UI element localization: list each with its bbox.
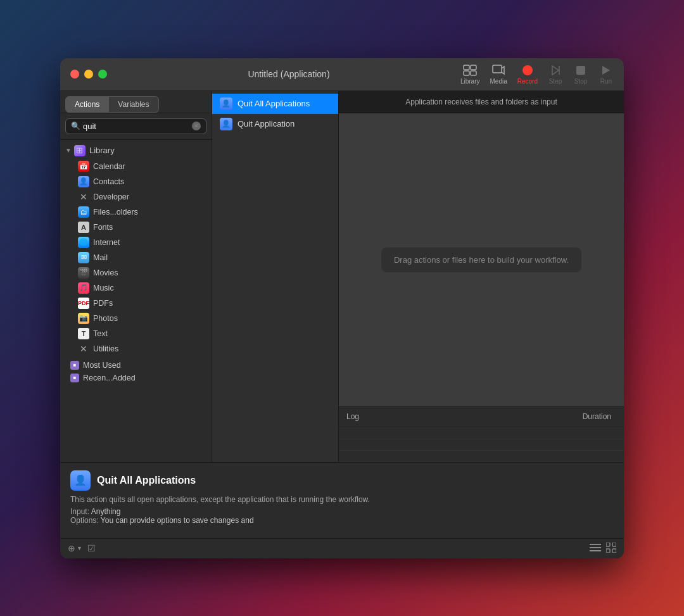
search-icon: 🔍 [71, 122, 80, 130]
search-input[interactable] [83, 122, 192, 131]
most-used-icon: ■ [70, 361, 79, 370]
photos-icon: 📷 [78, 313, 89, 324]
toolbar: Library Media Record [460, 64, 614, 85]
run-icon [598, 64, 614, 77]
step-label: Step [549, 78, 562, 85]
stop-button[interactable]: Stop [573, 64, 588, 85]
action-detail-panel: 👤 Quit All Applications This action quit… [60, 462, 624, 538]
action-detail-description: This action quits all open applications,… [70, 494, 614, 505]
svg-marker-6 [552, 66, 559, 75]
workflow-header: Application receives files and folders a… [339, 91, 624, 113]
record-label: Record [517, 78, 538, 85]
stop-label: Stop [574, 78, 588, 85]
movies-icon: 🎬 [78, 267, 89, 279]
chevron-down-icon: ▼ [65, 147, 72, 154]
result-quit-app-icon: 👤 [220, 118, 232, 130]
checkbox-icon[interactable]: ☑ [87, 543, 96, 553]
sidebar-item-photos[interactable]: 📷 Photos [60, 311, 212, 326]
sidebar-item-pdfs-label: PDFs [93, 299, 113, 308]
sidebar-item-contacts[interactable]: 👤 Contacts [60, 174, 212, 189]
svg-marker-9 [602, 66, 610, 75]
action-input-val: Anything [91, 507, 121, 516]
files-icon: 🗂 [78, 206, 89, 218]
sidebar-item-mail[interactable]: ✉ Mail [60, 250, 212, 265]
svg-rect-8 [576, 66, 585, 75]
library-button[interactable]: Library [460, 64, 480, 85]
sidebar-item-files[interactable]: 🗂 Files...olders [60, 204, 212, 220]
sidebar-item-fonts-label: Fonts [93, 223, 113, 232]
fonts-icon: A [78, 222, 89, 233]
plus-icon: ⊕ [68, 543, 75, 553]
main-content: Actions Variables 🔍 ✕ ▼ ⊞ Library [60, 91, 624, 462]
action-options-label: Options: [70, 516, 99, 525]
sidebar-item-most-used[interactable]: ■ Most Used [60, 359, 212, 372]
sidebar-item-music[interactable]: 🎵 Music [60, 280, 212, 296]
list-view-icon[interactable] [590, 543, 601, 554]
tab-actions[interactable]: Actions [65, 96, 109, 113]
sidebar-item-fonts[interactable]: A Fonts [60, 220, 212, 235]
run-button[interactable]: Run [598, 64, 614, 85]
sidebar-item-developer[interactable]: ✕ Developer [60, 189, 212, 204]
sidebar-item-calendar[interactable]: 📅 Calendar [60, 159, 212, 174]
step-button[interactable]: Step [548, 64, 563, 85]
close-button[interactable] [70, 70, 79, 79]
record-button[interactable]: Record [517, 64, 538, 85]
action-input-label: Input: [70, 507, 89, 516]
tab-variables[interactable]: Variables [109, 96, 158, 113]
sidebar-item-pdfs[interactable]: PDF PDFs [60, 296, 212, 311]
sidebar-item-internet[interactable]: 🌐 Internet [60, 235, 212, 250]
text-icon: T [78, 328, 89, 339]
left-panel: Actions Variables 🔍 ✕ ▼ ⊞ Library [60, 91, 212, 462]
svg-rect-14 [612, 543, 616, 546]
main-window: Untitled (Application) Library [60, 58, 624, 558]
result-item-quit-all[interactable]: 👤 Quit All Applications [212, 94, 338, 114]
search-bar: 🔍 ✕ [60, 113, 212, 140]
svg-rect-1 [471, 65, 476, 70]
sidebar-item-text-label: Text [93, 329, 108, 338]
minimize-button[interactable] [84, 70, 93, 79]
clear-search-button[interactable]: ✕ [192, 122, 201, 130]
tab-bar: Actions Variables [60, 91, 212, 113]
svg-rect-3 [471, 71, 476, 75]
sidebar-item-photos-label: Photos [93, 314, 118, 323]
chevron-down-icon: ▼ [77, 545, 82, 551]
traffic-lights [70, 70, 107, 79]
media-button[interactable]: Media [490, 64, 507, 85]
drop-hint: Drag actions or files here to build your… [381, 248, 581, 272]
action-options-val: You can provide options to save changes … [101, 516, 254, 525]
sidebar-library-header[interactable]: ▼ ⊞ Library [60, 142, 212, 159]
sidebar-library-label: Library [89, 146, 115, 155]
run-label: Run [600, 78, 612, 85]
action-detail-header: 👤 Quit All Applications [70, 470, 614, 491]
svg-rect-4 [493, 65, 502, 73]
sidebar-item-text[interactable]: T Text [60, 326, 212, 341]
result-item-quit-app[interactable]: 👤 Quit Application [212, 114, 338, 134]
music-icon: 🎵 [78, 282, 89, 294]
result-quit-app-label: Quit Application [238, 119, 294, 129]
add-action-button[interactable]: ⊕ ▼ [68, 543, 82, 553]
sidebar-item-calendar-label: Calendar [93, 162, 125, 171]
media-label: Media [490, 78, 507, 85]
svg-rect-2 [464, 71, 469, 75]
log-rows [339, 427, 624, 462]
log-label: Log [346, 412, 559, 421]
action-detail-meta-input: Input: Anything [70, 507, 614, 516]
sidebar-item-utilities-label: Utilities [93, 344, 118, 353]
result-quit-all-icon: 👤 [220, 97, 232, 110]
maximize-button[interactable] [98, 70, 107, 79]
media-icon [491, 64, 506, 77]
sidebar-item-recently-added[interactable]: ■ Recen...Added [60, 372, 212, 384]
sidebar-item-movies[interactable]: 🎬 Movies [60, 265, 212, 280]
library-icon [462, 64, 478, 77]
developer-icon: ✕ [78, 191, 89, 203]
grid-view-icon[interactable] [606, 543, 616, 555]
workflow-panel: Application receives files and folders a… [339, 91, 624, 462]
action-detail-title: Quit All Applications [97, 475, 196, 486]
sidebar-item-utilities[interactable]: ✕ Utilities [60, 341, 212, 356]
svg-point-5 [522, 65, 533, 75]
svg-rect-13 [606, 543, 610, 546]
search-results-panel: 👤 Quit All Applications 👤 Quit Applicati… [212, 91, 339, 462]
sidebar-tree: ▼ ⊞ Library 📅 Calendar 👤 Contacts ✕ Deve… [60, 140, 212, 462]
pdfs-icon: PDF [78, 298, 89, 309]
workflow-canvas[interactable]: Drag actions or files here to build your… [339, 113, 624, 406]
